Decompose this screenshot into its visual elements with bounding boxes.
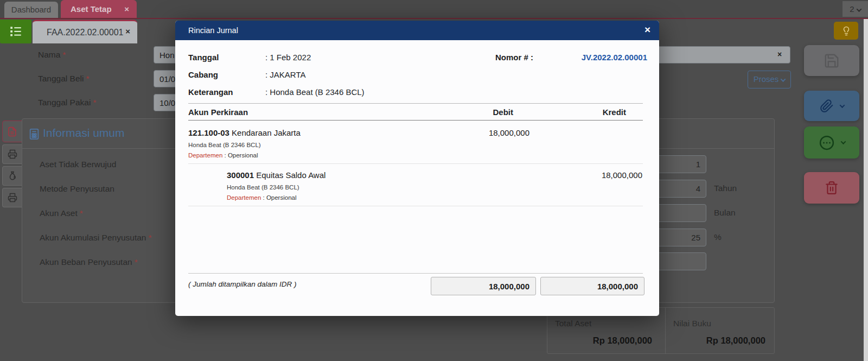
nomor-value-link[interactable]: JV.2022.02.00001 (582, 53, 647, 62)
nilai-buku-label: Nilai Buku (673, 319, 711, 328)
printer-icon (8, 193, 17, 202)
app-root: Dashboard Aset Tetap × 2 FAA.2022.02.000… (0, 0, 868, 361)
departemen-value: : Opersional (222, 152, 258, 159)
tab-aset-tetap-label: Aset Tetap (71, 4, 112, 14)
field-metode-penyusutan: Metode Penyusutan (40, 184, 117, 194)
col-kredit: Kredit (603, 104, 626, 121)
row-departemen: Departemen : Opersional (227, 194, 297, 201)
field-label: Aset Tidak Berwujud (40, 160, 116, 169)
departemen-value: : Opersional (261, 194, 296, 201)
menu-list-button[interactable] (0, 20, 31, 43)
scrollbar[interactable] (864, 19, 868, 361)
debit-amount: 18,000,000 (489, 128, 529, 137)
close-icon[interactable]: × (644, 21, 650, 39)
tab-nilai[interactable] (2, 166, 22, 186)
row-separator (188, 163, 643, 164)
field-label: Akun Akumulasi Penyusutan (40, 233, 146, 242)
required-asterisk: * (80, 208, 83, 218)
field-akun-akumulasi: Akun Akumulasi Penyusutan* (40, 233, 152, 243)
cabang-value: : JAKARTA (265, 70, 305, 79)
label-text: Tanggal Beli (38, 74, 84, 83)
unit-persen: % (714, 232, 722, 242)
nomor-label: Nomor # : (495, 53, 533, 62)
required-asterisk: * (86, 74, 89, 83)
tab-cetak[interactable] (2, 188, 22, 207)
money-bag-icon (8, 171, 17, 181)
label-text: Nama (38, 50, 60, 59)
more-actions-button[interactable] (804, 126, 859, 159)
field-label: Akun Aset (40, 208, 78, 218)
field-aset-tidak-berwujud: Aset Tidak Berwujud (40, 160, 118, 169)
document-lines-icon (7, 126, 17, 137)
currency-note: ( Jumlah ditampilkan dalam IDR ) (188, 280, 297, 288)
table-row-account: 121.100-03 Kendaraan Jakarta (188, 128, 301, 137)
chevron-down-icon (856, 7, 861, 12)
printer-icon (8, 149, 17, 159)
save-icon (824, 53, 840, 69)
rincian-jurnal-modal: Rincian Jurnal × Tanggal : 1 Feb 2022 No… (175, 21, 659, 316)
trash-icon (825, 181, 839, 195)
panel-title: Informasi umum (43, 126, 125, 140)
account-name: Kendaraan Jakarta (229, 128, 301, 137)
tanggal-label: Tanggal (188, 53, 219, 62)
tab-dashboard-label: Dashboard (11, 5, 51, 14)
journal-icon (28, 128, 40, 140)
unit-tahun: Tahun (714, 183, 737, 193)
tab-penyusutan[interactable] (2, 144, 22, 164)
nilai-buku-value: Rp 18,000,000 (706, 335, 765, 346)
delete-button[interactable] (804, 172, 859, 204)
tanggal-value: : 1 Feb 2022 (265, 53, 311, 62)
keterangan-label: Keterangan (188, 87, 233, 97)
table-row-account: 300001 Equitas Saldo Awal (227, 170, 326, 180)
lightbulb-icon (841, 26, 851, 36)
row-departemen: Departemen : Opersional (188, 152, 258, 159)
save-button[interactable] (804, 45, 859, 76)
total-aset-value: Rp 18,000,000 (593, 335, 652, 346)
required-asterisk: * (62, 50, 66, 59)
account-name: Equitas Saldo Awal (254, 170, 326, 180)
required-asterisk: * (135, 257, 138, 267)
label-text: Tanggal Pakai (38, 98, 91, 107)
cabang-label: Cabang (188, 70, 218, 79)
footer-separator (188, 273, 643, 274)
field-akun-aset: Akun Aset* (40, 208, 83, 218)
journal-table-header: Akun Perkiraan Debit Kredit (188, 103, 643, 121)
hint-button[interactable] (834, 22, 858, 40)
attachment-button[interactable] (804, 91, 859, 121)
tab-aset-tetap[interactable]: Aset Tetap × (61, 0, 137, 18)
account-code: 300001 (227, 170, 254, 180)
col-akun-perkiraan: Akun Perkiraan (188, 104, 248, 121)
more-tabs-count: 2 (850, 4, 854, 14)
departemen-label: Departemen (188, 152, 222, 159)
row-separator (188, 206, 643, 206)
tabbar-underline (0, 18, 868, 19)
tanggal-beli-label: Tanggal Beli* (38, 74, 90, 84)
close-icon[interactable]: × (125, 20, 130, 42)
departemen-label: Departemen (227, 194, 261, 201)
keterangan-value: : Honda Beat (B 2346 BCL) (265, 87, 365, 97)
modal-header: Rincian Jurnal × (175, 21, 659, 40)
row-memo: Honda Beat (B 2346 BCL) (188, 142, 261, 148)
required-asterisk: * (93, 98, 96, 107)
close-icon[interactable]: × (124, 0, 129, 18)
circle-ellipsis-icon (819, 135, 835, 151)
paperclip-icon (820, 99, 834, 113)
document-tab[interactable]: FAA.2022.02.00001 × (33, 20, 137, 43)
summary-divider (665, 308, 666, 353)
tab-informasi-umum[interactable] (2, 121, 22, 142)
field-label: Metode Penyusutan (40, 184, 114, 193)
kredit-amount: 18,000,000 (602, 170, 642, 180)
tanggal-pakai-label: Tanggal Pakai* (38, 98, 96, 107)
chevron-down-icon (840, 139, 846, 144)
document-tab-label: FAA.2022.02.00001 (47, 28, 123, 37)
modal-title: Rincian Jurnal (188, 21, 238, 40)
chevron-down-icon (781, 77, 786, 82)
clear-input-icon[interactable]: × (777, 50, 782, 59)
row-memo: Honda Beat (B 2346 BCL) (227, 184, 299, 191)
chevron-down-icon (839, 103, 845, 108)
total-aset-label: Total Aset (555, 319, 591, 328)
unit-bulan: Bulan (714, 208, 736, 218)
tab-dashboard[interactable]: Dashboard (4, 2, 58, 18)
proses-button[interactable]: Proses (748, 71, 791, 88)
more-tabs-dropdown[interactable]: 2 (843, 1, 868, 17)
